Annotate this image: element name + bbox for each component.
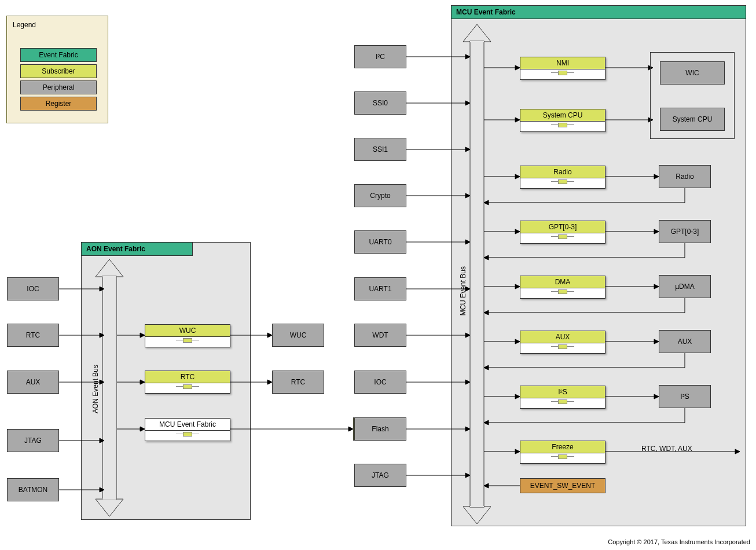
peripheral-wuc: WUC bbox=[272, 324, 324, 347]
subscriber-aux: AUX bbox=[520, 331, 605, 354]
peripheral-system-cpu: System CPU bbox=[660, 108, 725, 131]
peripheral-uart1: UART1 bbox=[354, 277, 406, 300]
subscriber-freeze: Freeze bbox=[520, 441, 605, 464]
peripheral-i2c: I²C bbox=[354, 45, 406, 68]
peripheral-ioc-aon: IOC bbox=[7, 277, 59, 300]
legend-item-register: Register bbox=[20, 97, 97, 111]
peripheral-rtc-right: RTC bbox=[272, 371, 324, 394]
mcu-fabric-title: MCU Event Fabric bbox=[451, 5, 746, 19]
mcu-left-jtag: JTAG bbox=[354, 464, 406, 487]
peripheral-batmon: BATMON bbox=[7, 478, 59, 501]
svg-marker-27 bbox=[348, 427, 353, 431]
copyright: Copyright © 2017, Texas Instruments Inco… bbox=[608, 538, 750, 545]
subscriber-wuc: WUC bbox=[145, 324, 230, 347]
legend-item-peripheral: Peripheral bbox=[20, 80, 97, 94]
peripheral-gpt-right: GPT[0-3] bbox=[659, 220, 711, 243]
legend-title: Legend bbox=[13, 21, 36, 29]
peripheral-ssi0: SSI0 bbox=[354, 91, 406, 115]
legend-item-subscriber: Subscriber bbox=[20, 64, 97, 78]
register-event-sw-event: EVENT_SW_EVENT bbox=[520, 478, 605, 493]
peripheral-crypto: Crypto bbox=[354, 184, 406, 207]
subscriber-radio: Radio bbox=[520, 166, 605, 189]
peripheral-ssi1: SSI1 bbox=[354, 138, 406, 161]
subscriber-mcu-event-fabric: MCU Event Fabric bbox=[145, 418, 230, 441]
svg-marker-25 bbox=[267, 380, 272, 384]
subscriber-i2s: I²S bbox=[520, 386, 605, 409]
peripheral-jtag-aon: JTAG bbox=[7, 429, 59, 452]
subscriber-gpt: GPT[0-3] bbox=[520, 221, 605, 244]
subscriber-dma: DMA bbox=[520, 276, 605, 299]
peripheral-aux-right: AUX bbox=[659, 330, 711, 353]
mcu-bus-label: MCU Event Bus bbox=[459, 266, 467, 316]
peripheral-uart0: UART0 bbox=[354, 230, 406, 254]
subscriber-nmi: NMI bbox=[520, 57, 605, 80]
svg-marker-23 bbox=[267, 333, 272, 338]
freeze-note: RTC, WDT, AUX bbox=[641, 445, 692, 453]
peripheral-aux-aon: AUX bbox=[7, 371, 59, 394]
peripheral-udma-right: µDMA bbox=[659, 275, 711, 298]
peripheral-wic: WIC bbox=[660, 61, 725, 85]
peripheral-i2s-right: I²S bbox=[659, 385, 711, 408]
subscriber-systemcpu: System CPU bbox=[520, 109, 605, 132]
aon-fabric-title: AON Event Fabric bbox=[81, 242, 193, 256]
peripheral-wdt: WDT bbox=[354, 324, 406, 347]
legend-item-eventfabric: Event Fabric bbox=[20, 48, 97, 62]
subscriber-rtc: RTC bbox=[145, 371, 230, 394]
aon-bus-label: AON Event Bus bbox=[91, 365, 100, 413]
peripheral-rtc-aon: RTC bbox=[7, 324, 59, 347]
peripheral-radio-right: Radio bbox=[659, 165, 711, 188]
mcu-left-ioc: IOC bbox=[354, 371, 406, 394]
legend-box: Legend Event Fabric Subscriber Periphera… bbox=[6, 16, 108, 123]
mcu-left-flash: Flash bbox=[354, 417, 406, 441]
